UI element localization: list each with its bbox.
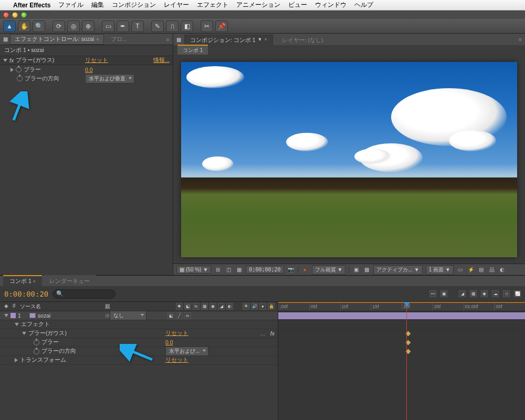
- menu-layer[interactable]: レイヤー: [164, 1, 189, 9]
- resolution-icon[interactable]: ⊞: [214, 266, 222, 274]
- menu-help[interactable]: ヘルプ: [354, 1, 373, 9]
- visibility-icon[interactable]: 👁: [243, 303, 249, 310]
- flowchart-icon[interactable]: 品: [488, 266, 496, 274]
- tab-composition-viewer[interactable]: コンポジション: コンポ 1 ▼ ×: [184, 35, 273, 45]
- selection-tool[interactable]: ▲: [3, 20, 16, 32]
- viewer-canvas[interactable]: [173, 55, 525, 264]
- timeline-param-blur-row[interactable]: ブラー 0.0: [0, 338, 278, 347]
- layer-fx-toggle[interactable]: fx: [184, 312, 191, 319]
- zoom-dropdown[interactable]: ▦(50 %)▼: [176, 266, 211, 274]
- rotation-tool[interactable]: ⟳: [52, 20, 65, 32]
- switches-icon[interactable]: ▦: [201, 303, 208, 310]
- panel-menu-icon[interactable]: ≡: [166, 36, 170, 43]
- menu-window[interactable]: ウィンドウ: [315, 1, 346, 9]
- param-blur-value[interactable]: 0.0: [85, 67, 93, 73]
- transform-group-row[interactable]: トランスフォーム リセット: [0, 356, 278, 365]
- roto-tool[interactable]: ✂: [201, 20, 213, 32]
- timeline-search[interactable]: 🔍: [52, 289, 116, 299]
- param-direction-dropdown[interactable]: 水平および垂直: [85, 74, 134, 83]
- hand-tool[interactable]: ✋: [18, 20, 30, 32]
- menu-edit[interactable]: 編集: [91, 1, 104, 9]
- av-features-icon[interactable]: ◈: [4, 303, 8, 310]
- quality-dropdown[interactable]: フル画質▼: [312, 265, 346, 275]
- camera-dropdown[interactable]: アクティブカ...▼: [373, 265, 422, 275]
- grid-icon[interactable]: ▦: [235, 266, 243, 274]
- stopwatch-icon[interactable]: [16, 67, 22, 72]
- clone-tool[interactable]: ⎍: [166, 20, 178, 32]
- tl-direction-dropdown[interactable]: 水平および...: [165, 346, 208, 356]
- switches-icon[interactable]: fx: [193, 303, 200, 310]
- views-dropdown[interactable]: 1 画面▼: [426, 265, 454, 275]
- stopwatch-icon[interactable]: [34, 349, 39, 354]
- switches-icon[interactable]: ⬕: [184, 303, 191, 310]
- pen-tool[interactable]: ✒: [117, 20, 129, 32]
- pixel-aspect-icon[interactable]: ▭: [457, 266, 464, 274]
- info-link[interactable]: 情報...: [153, 57, 170, 64]
- reset-link[interactable]: リセット: [85, 57, 108, 64]
- layer-quality-icon[interactable]: ⬕: [167, 312, 174, 319]
- eraser-tool[interactable]: ◧: [181, 20, 193, 32]
- viewer-timecode[interactable]: 0;00;00;20: [246, 266, 284, 274]
- menu-animation[interactable]: アニメーション: [236, 1, 280, 9]
- timeline-icon[interactable]: ▤: [478, 266, 485, 274]
- solo-icon[interactable]: ●: [259, 303, 266, 310]
- pan-behind-tool[interactable]: ⊕: [82, 20, 94, 32]
- tab-timeline-comp[interactable]: コンポ 1 ×: [3, 275, 42, 286]
- viewer-subtab[interactable]: コンポ 1: [177, 45, 208, 55]
- effect-header-row[interactable]: fx ブラー(ガウス) リセット 情報...: [0, 56, 173, 65]
- app-name[interactable]: After Effects: [13, 2, 50, 9]
- timeline-ruler[interactable]: ;00f 05f 10f 15f 20f 25f 01:00f 05f: [278, 302, 525, 311]
- audio-icon[interactable]: 🔊: [251, 303, 258, 310]
- roi-icon[interactable]: ▣: [352, 266, 360, 274]
- close-window-button[interactable]: [3, 12, 9, 18]
- close-icon[interactable]: ×: [265, 37, 267, 44]
- auto-keyframe-icon[interactable]: ◇: [503, 290, 510, 297]
- reset-link[interactable]: リセット: [165, 330, 188, 337]
- timeline-timecode[interactable]: 0:00:00:20: [4, 290, 48, 298]
- type-tool[interactable]: T: [131, 20, 144, 32]
- transparency-icon[interactable]: ▩: [363, 266, 370, 274]
- reset-link[interactable]: リセット: [165, 356, 188, 364]
- draft3d-icon[interactable]: ▣: [440, 290, 447, 297]
- timeline-tracks[interactable]: ;00f 05f 10f 15f 20f 25f 01:00f 05f: [278, 302, 525, 420]
- zoom-window-button[interactable]: [21, 12, 27, 18]
- playhead[interactable]: [406, 302, 407, 420]
- col-source-name[interactable]: ソース名: [20, 303, 41, 310]
- puppet-tool[interactable]: 📌: [215, 20, 228, 32]
- frame-blend-icon[interactable]: ▦: [470, 290, 477, 297]
- menu-composition[interactable]: コンポジション: [112, 1, 156, 9]
- layer-fx-icon[interactable]: ╱: [176, 312, 183, 319]
- layer-bar[interactable]: [278, 312, 525, 319]
- parent-dropdown[interactable]: なし: [110, 311, 146, 320]
- panel-menu-icon[interactable]: ≡: [519, 36, 522, 43]
- fast-preview-icon[interactable]: ⚡: [467, 266, 475, 274]
- brainstorm-icon[interactable]: ☁: [492, 290, 499, 297]
- tab-effect-controls[interactable]: エフェクトコントロール: sozai ×: [10, 34, 104, 45]
- menu-file[interactable]: ファイル: [58, 1, 83, 9]
- layer-row[interactable]: 1 sozai ☉ なし ⬕ ╱ fx: [0, 311, 278, 320]
- rectangle-tool[interactable]: ▭: [102, 20, 114, 32]
- graph-editor-icon[interactable]: 📈: [514, 290, 521, 297]
- switches-icon[interactable]: ◉: [209, 303, 216, 310]
- menu-view[interactable]: ビュー: [288, 1, 307, 9]
- safe-zones-icon[interactable]: ◫: [225, 266, 232, 274]
- brush-tool[interactable]: ✎: [151, 20, 164, 32]
- tab-layer-viewer[interactable]: レイヤー: (なし): [276, 35, 329, 45]
- channel-icon[interactable]: ●: [301, 266, 309, 274]
- snapshot-icon[interactable]: 📷: [287, 266, 295, 274]
- tab-project[interactable]: プロ...: [106, 34, 132, 45]
- tl-param-blur-value[interactable]: 0.0: [165, 339, 173, 345]
- motion-blur-icon[interactable]: ◉: [481, 290, 488, 297]
- camera-tool[interactable]: ◎: [67, 20, 80, 32]
- timeline-param-direction-row[interactable]: ブラーの方向 水平および...: [0, 347, 278, 356]
- comp-mini-flowchart-icon[interactable]: ⊷: [429, 290, 436, 297]
- menu-effect[interactable]: エフェクト: [197, 1, 228, 9]
- switches-icon[interactable]: ✱: [176, 303, 183, 310]
- effects-group-row[interactable]: エフェクト: [0, 320, 278, 329]
- stopwatch-icon[interactable]: [34, 340, 39, 345]
- shy-icon[interactable]: ◢: [459, 290, 466, 297]
- tab-render-queue[interactable]: レンダーキュー: [43, 275, 96, 286]
- stopwatch-icon[interactable]: [17, 76, 23, 81]
- zoom-tool[interactable]: 🔍: [33, 20, 45, 32]
- switches-icon[interactable]: ◐: [226, 303, 233, 310]
